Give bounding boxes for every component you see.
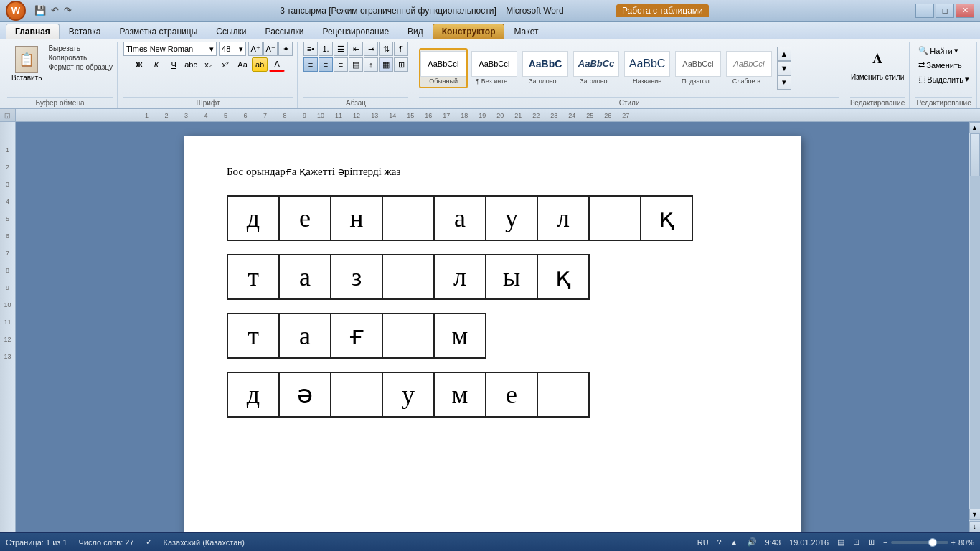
find-button[interactable]: 🔍 Найти ▾ [915,44,961,57]
cell-1-7[interactable]: л [537,196,589,240]
tab-page-layout[interactable]: Разметка страницы [110,24,207,39]
cell-4-4[interactable]: у [382,372,434,417]
cell-1-9[interactable]: қ [641,196,692,240]
decrease-font-button[interactable]: A⁻ [263,42,278,56]
cell-2-2[interactable]: а [279,255,331,299]
tab-layout[interactable]: Макет [504,24,547,39]
view-print-button[interactable]: ▤ [837,537,844,547]
style-normal[interactable]: AaBbCcI Обычный [419,48,468,88]
styles-scroll-up[interactable]: ▲ [777,47,791,61]
zoom-slider[interactable] [891,541,948,544]
tab-references[interactable]: Ссылки [207,24,255,39]
scroll-down-button[interactable]: ▼ [969,509,981,520]
cell-2-6[interactable]: ы [486,255,537,299]
cell-4-2[interactable]: ә [279,372,331,417]
superscript-button[interactable]: x² [217,57,233,72]
style-no-spacing[interactable]: AaBbCcI ¶ Без инте... [470,48,519,88]
paste-button[interactable]: 📋 Вставить [7,44,46,83]
scroll-thumb[interactable] [970,133,980,176]
maximize-button[interactable]: □ [936,4,954,18]
italic-button[interactable]: К [149,57,164,72]
cut-button[interactable]: Вырезать [48,44,113,52]
underline-button[interactable]: Ч [166,57,182,72]
format-paint-button[interactable]: Формат по образцу [48,63,113,71]
scroll-track[interactable] [970,133,980,509]
justify-button[interactable]: ▤ [349,57,363,72]
tab-view[interactable]: Вид [398,24,433,39]
cell-3-3[interactable]: ғ [331,314,382,358]
cell-4-5[interactable]: м [434,372,486,417]
borders-button[interactable]: ⊞ [394,57,408,72]
cell-4-3-empty[interactable] [331,372,382,417]
cell-2-4-empty[interactable] [382,255,434,299]
tab-insert[interactable]: Вставка [60,24,110,39]
language-info[interactable]: Казахский (Казахстан) [164,538,245,547]
decrease-indent-button[interactable]: ⇤ [349,42,363,56]
shading-button[interactable]: ▦ [379,57,393,72]
lang-code[interactable]: RU [697,538,709,547]
numbering-button[interactable]: 1. [319,42,333,56]
sort-button[interactable]: ⇅ [379,42,393,56]
zoom-out-button[interactable]: − [883,538,887,547]
change-case-button[interactable]: Aa [235,57,250,72]
font-name-box[interactable]: Times New Roman ▾ [123,42,217,56]
ruler-corner[interactable]: ◱ [0,109,16,122]
cell-3-4-empty[interactable] [382,314,434,358]
cell-4-6[interactable]: е [486,372,537,417]
cell-3-2[interactable]: а [279,314,331,358]
subscript-button[interactable]: x₂ [200,57,216,72]
bullets-button[interactable]: ≡• [303,42,318,56]
content-area[interactable]: Бос орындарға қажетті әріптерді жаз д е … [16,122,969,532]
styles-scroll-down[interactable]: ▼ [777,61,791,75]
quick-redo-button[interactable]: ↷ [62,5,73,16]
copy-button[interactable]: Копировать [48,54,113,62]
cell-2-3[interactable]: з [331,255,382,299]
zoom-in-button[interactable]: + [951,538,956,547]
cell-4-1[interactable]: д [227,372,279,417]
align-center-button[interactable]: ≡ [319,57,333,72]
strikethrough-button[interactable]: abc [183,57,199,72]
style-subtitle[interactable]: AaBbCcI Подзагол... [674,48,722,88]
increase-font-button[interactable]: A⁺ [248,42,263,56]
cell-1-3[interactable]: н [331,196,382,240]
style-subtle-emphasis[interactable]: AaBbCcI Слабое в... [725,48,773,88]
highlight-button[interactable]: ab [252,57,268,72]
cell-1-1[interactable]: д [227,196,279,240]
cell-1-8-empty[interactable] [589,196,641,240]
cell-3-5[interactable]: м [434,314,486,358]
view-web-button[interactable]: ⊞ [868,537,875,547]
cell-1-5[interactable]: а [434,196,486,240]
cell-3-1[interactable]: т [227,314,279,358]
cell-4-7-empty[interactable] [537,372,589,417]
minimize-button[interactable]: ─ [915,4,934,18]
cell-2-7[interactable]: қ [537,255,589,299]
close-button[interactable]: ✕ [956,4,974,18]
tab-review[interactable]: Рецензирование [313,24,398,39]
view-fullscreen-button[interactable]: ⊡ [853,537,859,547]
tab-mailings[interactable]: Рассылки [256,24,314,39]
scroll-up-button[interactable]: ▲ [969,122,981,133]
cell-1-6[interactable]: у [486,196,537,240]
tab-constructor[interactable]: Конструктор [433,24,505,39]
style-heading2[interactable]: AaBbCс Заголово... [572,48,621,88]
align-right-button[interactable]: ≡ [334,57,348,72]
bold-button[interactable]: Ж [131,57,147,72]
multilevel-list-button[interactable]: ☰ [334,42,348,56]
font-color-button[interactable]: A [269,57,285,72]
cell-1-2[interactable]: е [279,196,331,240]
align-left-button[interactable]: ≡ [303,57,318,72]
show-marks-button[interactable]: ¶ [394,42,408,56]
styles-more[interactable]: ▾ [777,75,791,90]
font-size-dropdown-icon[interactable]: ▾ [239,44,243,54]
cell-2-1[interactable]: т [227,255,279,299]
office-button[interactable]: W [6,1,26,21]
style-heading1[interactable]: AaBbC Заголово... [521,48,570,88]
font-name-dropdown-icon[interactable]: ▾ [209,44,214,54]
scroll-page-down-button[interactable]: ↓ [969,521,981,532]
change-styles-button[interactable]: Изменить стили [851,73,904,81]
increase-indent-button[interactable]: ⇥ [364,42,378,56]
cell-1-4-empty[interactable] [382,196,434,240]
font-size-box[interactable]: 48 ▾ [219,42,246,56]
quick-save-button[interactable]: 💾 [33,5,47,16]
find-dropdown-icon[interactable]: ▾ [954,46,958,55]
